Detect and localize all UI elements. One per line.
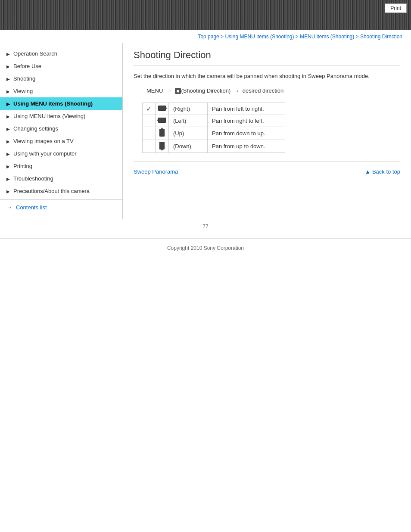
table-row: (Down) Pan from up to down. [143,140,285,152]
direction-table: ✓ (Right) Pan from left to right. (Left) [142,103,285,153]
sidebar-item-precautions[interactable]: ▶ Precautions/About this camera [0,185,122,197]
print-button[interactable]: Print [385,3,407,13]
direction-name: (Left) [169,115,208,127]
sidebar-item-label: Shooting [13,75,35,82]
cam-down-icon [159,142,165,149]
sidebar-footer: → Contents list [0,199,122,215]
description: Set the direction in which the camera wi… [134,72,400,81]
sidebar-item-label: Changing settings [13,125,58,132]
table-row: ✓ (Right) Pan from left to right. [143,103,285,115]
divider [134,162,400,162]
arrow-icon: ▶ [6,164,11,168]
cam-up-icon [159,129,165,137]
arrow-icon: ▶ [6,114,11,118]
content-area: Shooting Direction Set the direction in … [123,43,411,219]
check-cell: ✓ [143,103,156,115]
sidebar-item-label: Using MENU items (Viewing) [13,113,85,119]
contents-list-link[interactable]: → Contents list [6,204,116,211]
breadcrumb: Top page > Using MENU items (Shooting) >… [0,30,411,43]
main-layout: ▶ Operation Search ▶ Before Use ▶ Shooti… [0,43,411,219]
direction-desc: Pan from right to left. [208,115,285,127]
cam-left-icon [158,118,166,123]
sidebar-item-label: Using with your computer [13,150,77,157]
arrow-icon: ▶ [6,127,11,131]
cam-right-icon [158,106,166,111]
empty-check-cell [143,140,156,152]
menu-path: MENU → ■(Shooting Direction) → desired d… [146,87,400,94]
arrow-icon: ▶ [6,64,11,68]
back-to-top-link[interactable]: ▲ Back to top [365,168,400,175]
sidebar-item-viewing[interactable]: ▶ Viewing [0,85,122,97]
sidebar-item-viewing-tv[interactable]: ▶ Viewing images on a TV [0,135,122,147]
direction-desc: Pan from left to right. [208,103,285,115]
arrow-icon: ▶ [6,189,11,193]
cam-icon-cell [156,140,169,152]
sidebar-item-troubleshooting[interactable]: ▶ Troubleshooting [0,172,122,185]
arrow-icon: ▶ [6,102,11,106]
sidebar-item-label: Printing [13,163,32,169]
contents-list-label: Contents list [16,204,47,211]
arrow-icon: ▶ [6,152,11,156]
sidebar-item-label: Precautions/About this camera [13,188,90,194]
copyright: Copyright 2010 Sony Corporation [0,238,411,258]
sidebar: ▶ Operation Search ▶ Before Use ▶ Shooti… [0,43,123,219]
sidebar-item-label: Before Use [13,63,41,69]
direction-desc: Pan from down to up. [208,127,285,140]
header-bar: Print [0,0,411,30]
checkmark-icon: ✓ [146,105,152,112]
footer-links: Sweep Panorama ▲ Back to top [134,168,400,175]
cam-icon-cell [156,127,169,140]
sweep-panorama-link[interactable]: Sweep Panorama [134,168,178,175]
empty-check-cell [143,127,156,140]
sidebar-item-label: Using MENU items (Shooting) [13,100,93,107]
sidebar-item-using-menu-shooting[interactable]: ▶ Using MENU items (Shooting) [0,97,122,110]
sidebar-item-before-use[interactable]: ▶ Before Use [0,60,122,72]
sidebar-item-label: Viewing images on a TV [13,138,74,144]
breadcrumb-menu-items[interactable]: MENU items (Shooting) [300,34,354,40]
sidebar-item-using-menu-viewing[interactable]: ▶ Using MENU items (Viewing) [0,110,122,122]
arrow-right-icon: → [6,204,12,211]
table-row: (Up) Pan from down to up. [143,127,285,140]
triangle-up-icon: ▲ [365,168,371,175]
arrow-icon: ▶ [6,139,11,143]
sidebar-item-label: Troubleshooting [13,175,53,182]
arrow-icon: ▶ [6,89,11,93]
sidebar-item-shooting[interactable]: ▶ Shooting [0,72,122,85]
cam-icon-cell [156,103,169,115]
direction-desc: Pan from up to down. [208,140,285,152]
page-number: 77 [0,219,411,234]
empty-check-cell [143,115,156,127]
sidebar-item-using-computer[interactable]: ▶ Using with your computer [0,147,122,160]
breadcrumb-top-page[interactable]: Top page [198,34,219,40]
page-title: Shooting Direction [134,50,400,65]
sidebar-item-changing-settings[interactable]: ▶ Changing settings [0,122,122,135]
breadcrumb-using-menu[interactable]: Using MENU items (Shooting) [225,34,294,40]
direction-name: (Up) [169,127,208,140]
arrow-icon: ▶ [6,177,11,181]
cam-icon-cell [156,115,169,127]
table-row: (Left) Pan from right to left. [143,115,285,127]
sidebar-item-label: Viewing [13,88,33,94]
sidebar-item-printing[interactable]: ▶ Printing [0,160,122,172]
direction-name: (Right) [169,103,208,115]
arrow-icon: ▶ [6,52,11,56]
sidebar-item-label: Operation Search [13,50,57,57]
direction-name: (Down) [169,140,208,152]
arrow-icon: ▶ [6,77,11,81]
back-to-top-label: Back to top [372,168,400,175]
sidebar-item-operation-search[interactable]: ▶ Operation Search [0,47,122,60]
breadcrumb-current: Shooting Direction [360,34,402,40]
